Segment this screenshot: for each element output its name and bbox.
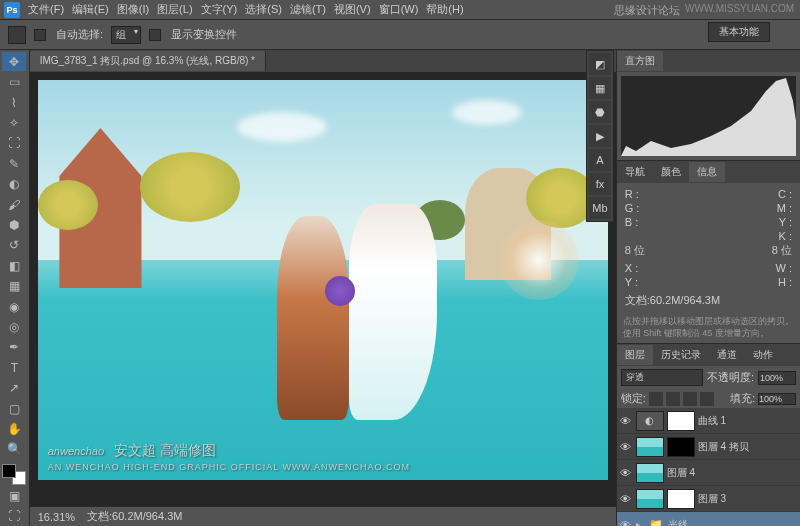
- tools-panel: ✥ ▭ ⌇ ✧ ⛶ ✎ ◐ 🖌 ⬢ ↺ ◧ ▦ ◉ ◎ ✒ T ↗ ▢ ✋ 🔍 …: [0, 50, 30, 526]
- layer-row[interactable]: 👁图層 4 拷贝: [617, 434, 800, 460]
- layer-mask-thumb[interactable]: [667, 437, 695, 457]
- eraser-tool[interactable]: ◧: [2, 256, 26, 275]
- actions-tab[interactable]: 动作: [745, 345, 781, 365]
- layer-name[interactable]: 图層 4: [667, 466, 798, 480]
- layer-mask-thumb[interactable]: [667, 489, 695, 509]
- wand-tool[interactable]: ✧: [2, 113, 26, 132]
- brush-tool[interactable]: 🖌: [2, 195, 26, 214]
- screenmode-toggle[interactable]: ⛶: [2, 507, 26, 526]
- menu-file[interactable]: 文件(F): [28, 2, 64, 17]
- opacity-input[interactable]: [758, 371, 796, 385]
- pen-tool[interactable]: ✒: [2, 338, 26, 357]
- right-panels: 直方图 导航 颜色 信息 R :C : G :M : B :Y : K : 8 …: [616, 50, 800, 526]
- gradient-tool[interactable]: ▦: [2, 276, 26, 295]
- layer-thumb[interactable]: [636, 437, 664, 457]
- hand-tool[interactable]: ✋: [2, 419, 26, 438]
- layer-row[interactable]: 👁图層 4: [617, 460, 800, 486]
- doc-size: 文档:60.2M/964.3M: [87, 509, 182, 524]
- blend-mode-dropdown[interactable]: 穿透: [621, 369, 703, 386]
- marquee-tool[interactable]: ▭: [2, 72, 26, 91]
- nav-tab[interactable]: 导航: [617, 162, 653, 182]
- color-tab[interactable]: 颜色: [653, 162, 689, 182]
- blur-tool[interactable]: ◉: [2, 297, 26, 316]
- layer-thumb[interactable]: [636, 489, 664, 509]
- url-text: WWW.MISSYUAN.COM: [685, 3, 794, 14]
- measure-icon[interactable]: Mb: [589, 197, 611, 219]
- visibility-icon[interactable]: 👁: [619, 493, 633, 505]
- visibility-icon[interactable]: 👁: [619, 441, 633, 453]
- canvas-area[interactable]: anwenchao安文超 高端修图 AN WENCHAO HIGH-END GR…: [30, 72, 616, 506]
- layer-thumb[interactable]: ◐: [636, 411, 664, 431]
- styles-icon[interactable]: fx: [589, 173, 611, 195]
- opacity-label: 不透明度:: [707, 370, 754, 385]
- menu-edit[interactable]: 编辑(E): [72, 2, 109, 17]
- layer-thumb[interactable]: [636, 463, 664, 483]
- stamp-tool[interactable]: ⬢: [2, 215, 26, 234]
- lasso-tool[interactable]: ⌇: [2, 93, 26, 112]
- quickmask-toggle[interactable]: ▣: [2, 486, 26, 505]
- watermark: anwenchao安文超 高端修图 AN WENCHAO HIGH-END GR…: [48, 430, 410, 472]
- fill-input[interactable]: [758, 393, 796, 405]
- menu-select[interactable]: 选择(S): [245, 2, 282, 17]
- layer-name[interactable]: 曲线 1: [698, 414, 798, 428]
- brushes-icon[interactable]: ⬣: [589, 101, 611, 123]
- collapsed-panels: ◩ ▦ ⬣ ▶ A fx Mb: [586, 50, 614, 222]
- layer-row[interactable]: 👁图層 3: [617, 486, 800, 512]
- info-hint: 点按并拖移以移动图层或移动选区的拷贝。使用 Shift 键限制沿 45 度增量方…: [617, 311, 800, 343]
- workspace-switcher[interactable]: 基本功能: [708, 22, 770, 42]
- menu-type[interactable]: 文字(Y): [201, 2, 238, 17]
- ps-logo-icon: Ps: [4, 2, 20, 18]
- showtransform-checkbox[interactable]: [149, 29, 161, 41]
- autoselect-checkbox[interactable]: [34, 29, 46, 41]
- canvas[interactable]: anwenchao安文超 高端修图 AN WENCHAO HIGH-END GR…: [38, 80, 608, 480]
- layer-row[interactable]: 👁▸📁光线: [617, 512, 800, 526]
- histogram-tab[interactable]: 直方图: [617, 51, 663, 71]
- options-bar: 自动选择: 组 显示变换控件: [0, 20, 800, 50]
- history-brush-tool[interactable]: ↺: [2, 236, 26, 255]
- menu-image[interactable]: 图像(I): [117, 2, 149, 17]
- autoselect-dropdown[interactable]: 组: [111, 26, 141, 44]
- color-swatches[interactable]: [2, 464, 26, 485]
- path-tool[interactable]: ↗: [2, 379, 26, 398]
- eyedropper-tool[interactable]: ✎: [2, 154, 26, 173]
- menu-layer[interactable]: 图层(L): [157, 2, 192, 17]
- menubar: Ps 文件(F) 编辑(E) 图像(I) 图层(L) 文字(Y) 选择(S) 滤…: [0, 0, 800, 20]
- zoom-tool[interactable]: 🔍: [2, 440, 26, 459]
- shape-tool[interactable]: ▢: [2, 399, 26, 418]
- zoom-level[interactable]: 16.31%: [38, 511, 75, 523]
- heal-tool[interactable]: ◐: [2, 174, 26, 193]
- showtransform-label: 显示变换控件: [171, 27, 237, 42]
- layer-name[interactable]: 图層 3: [698, 492, 798, 506]
- menu-filter[interactable]: 滤镜(T): [290, 2, 326, 17]
- channels-tab[interactable]: 通道: [709, 345, 745, 365]
- document-tab[interactable]: IMG_3783_1 拷贝.psd @ 16.3% (光线, RGB/8) *: [30, 51, 266, 71]
- layer-mask-thumb[interactable]: [667, 411, 695, 431]
- menu-help[interactable]: 帮助(H): [426, 2, 463, 17]
- fill-label: 填充:: [730, 391, 755, 406]
- lock-pixels-icon[interactable]: [666, 392, 680, 406]
- layers-tab[interactable]: 图层: [617, 345, 653, 365]
- menu-window[interactable]: 窗口(W): [379, 2, 419, 17]
- menu-view[interactable]: 视图(V): [334, 2, 371, 17]
- move-tool[interactable]: ✥: [2, 52, 26, 71]
- history-icon[interactable]: ◩: [589, 53, 611, 75]
- layer-name[interactable]: 图層 4 拷贝: [698, 440, 798, 454]
- visibility-icon[interactable]: 👁: [619, 519, 633, 527]
- lock-label: 锁定:: [621, 391, 646, 406]
- type-tool[interactable]: T: [2, 358, 26, 377]
- lock-pos-icon[interactable]: [683, 392, 697, 406]
- crop-tool[interactable]: ⛶: [2, 134, 26, 153]
- history-tab[interactable]: 历史记录: [653, 345, 709, 365]
- char-icon[interactable]: A: [589, 149, 611, 171]
- layer-name[interactable]: 光线: [668, 518, 798, 527]
- document-tabs: IMG_3783_1 拷贝.psd @ 16.3% (光线, RGB/8) *: [30, 50, 616, 72]
- lock-trans-icon[interactable]: [649, 392, 663, 406]
- actions-icon[interactable]: ▶: [589, 125, 611, 147]
- swatches-icon[interactable]: ▦: [589, 77, 611, 99]
- lock-all-icon[interactable]: [700, 392, 714, 406]
- info-tab[interactable]: 信息: [689, 162, 725, 182]
- layer-row[interactable]: 👁◐曲线 1: [617, 408, 800, 434]
- dodge-tool[interactable]: ◎: [2, 317, 26, 336]
- visibility-icon[interactable]: 👁: [619, 467, 633, 479]
- visibility-icon[interactable]: 👁: [619, 415, 633, 427]
